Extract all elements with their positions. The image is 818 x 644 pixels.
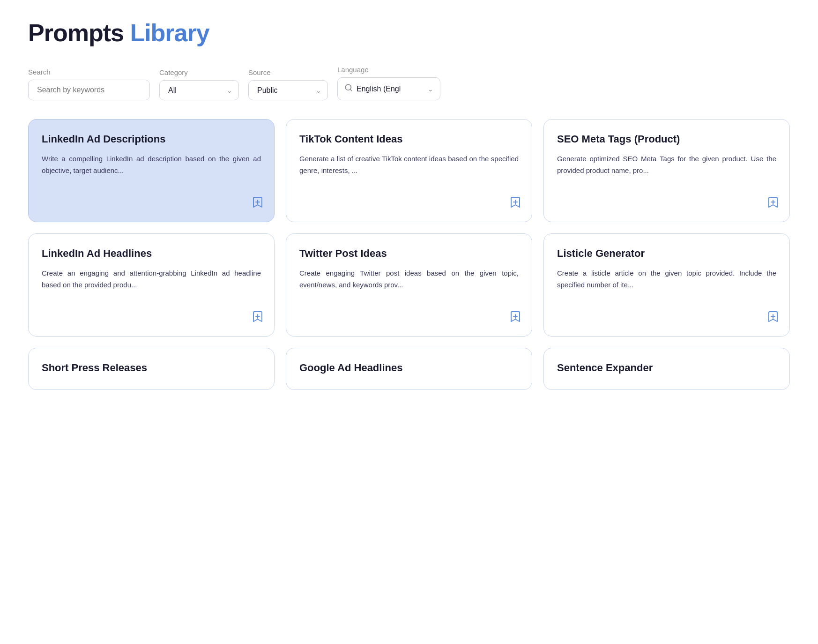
card-linkedin-headlines[interactable]: LinkedIn Ad Headlines Create an engaging… (28, 233, 275, 337)
bookmark-icon[interactable] (510, 311, 521, 326)
card-title: LinkedIn Ad Headlines (42, 247, 261, 261)
card-title: Short Press Releases (42, 361, 261, 375)
card-short-press-releases[interactable]: Short Press Releases (28, 348, 275, 390)
bookmark-icon[interactable] (510, 196, 521, 211)
card-description: Generate optimized SEO Meta Tags for the… (557, 153, 776, 210)
source-filter-group: Source Public Private All ⌄ (248, 68, 328, 100)
bookmark-icon[interactable] (253, 311, 263, 326)
bookmark-icon[interactable] (768, 196, 778, 211)
title-prompts: Prompts (28, 19, 124, 46)
category-select[interactable]: All Marketing SEO Social Media Content (159, 80, 239, 100)
card-seo-meta-tags[interactable]: SEO Meta Tags (Product) Generate optimiz… (543, 119, 790, 222)
card-description: Create an engaging and attention-grabbin… (42, 267, 261, 325)
source-select-wrapper: Public Private All ⌄ (248, 80, 328, 100)
source-label: Source (248, 68, 328, 76)
cards-grid: LinkedIn Ad Descriptions Write a compell… (28, 119, 790, 390)
page-title: Prompts Library (28, 19, 790, 47)
card-description: Create engaging Twitter post ideas based… (299, 267, 519, 325)
search-label: Search (28, 68, 150, 76)
card-twitter-post[interactable]: Twitter Post Ideas Create engaging Twitt… (286, 233, 532, 337)
language-filter-group: Language English (Engl ⌄ (337, 66, 440, 100)
filters-row: Search Category All Marketing SEO Social… (28, 66, 790, 100)
card-sentence-expander[interactable]: Sentence Expander (543, 348, 790, 390)
card-google-ad-headlines[interactable]: Google Ad Headlines (286, 348, 532, 390)
title-library: Library (130, 19, 209, 46)
card-linkedin-ad-desc[interactable]: LinkedIn Ad Descriptions Write a compell… (28, 119, 275, 222)
search-input[interactable] (28, 80, 150, 100)
card-tiktok-content[interactable]: TikTok Content Ideas Generate a list of … (286, 119, 532, 222)
svg-line-1 (350, 89, 351, 90)
language-value: English (Engl (357, 85, 419, 93)
language-label: Language (337, 66, 440, 74)
card-description: Create a listicle article on the given t… (557, 267, 776, 325)
card-title: Google Ad Headlines (299, 361, 519, 375)
card-title: TikTok Content Ideas (299, 133, 519, 146)
card-description: Generate a list of creative TikTok conte… (299, 153, 519, 210)
card-description: Write a compelling LinkedIn ad descripti… (42, 153, 261, 210)
language-search-icon (344, 83, 353, 94)
category-label: Category (159, 68, 239, 76)
bookmark-icon[interactable] (768, 311, 778, 326)
category-filter-group: Category All Marketing SEO Social Media … (159, 68, 239, 100)
language-select-wrapper[interactable]: English (Engl ⌄ (337, 77, 440, 100)
search-filter-group: Search (28, 68, 150, 100)
card-title: Twitter Post Ideas (299, 247, 519, 261)
bookmark-icon[interactable] (253, 196, 263, 211)
card-listicle-gen[interactable]: Listicle Generator Create a listicle art… (543, 233, 790, 337)
card-title: Sentence Expander (557, 361, 776, 375)
language-chevron-icon: ⌄ (428, 85, 433, 93)
card-title: LinkedIn Ad Descriptions (42, 133, 261, 146)
card-title: Listicle Generator (557, 247, 776, 261)
source-select[interactable]: Public Private All (248, 80, 328, 100)
card-title: SEO Meta Tags (Product) (557, 133, 776, 146)
category-select-wrapper: All Marketing SEO Social Media Content ⌄ (159, 80, 239, 100)
